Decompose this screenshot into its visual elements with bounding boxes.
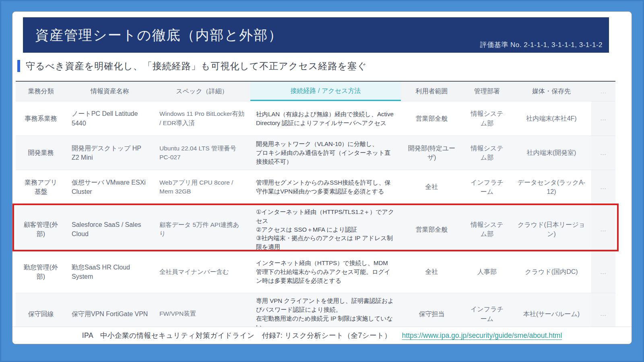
cell-users: 全社 [401, 264, 462, 280]
cell-category: 勤怠管理(外部) [16, 259, 66, 284]
cell-asset: 仮想サーバ VMware ESXi Cluster [66, 175, 154, 200]
cell-dept: 人事部 [462, 264, 512, 280]
cell-asset: 保守用VPN FortiGate VPN [66, 306, 154, 322]
slide-frame: 資産管理シートの徹底（内部と外部） 評価基準 No. 2-1-1-1, 3-1-… [0, 0, 644, 362]
cell-asset: Salesforce SaaS / Sales Cloud [66, 217, 154, 242]
subtitle-text: 守るべき資産を明確化し、「接続経路」も可視化して不正アクセス経路を塞ぐ [26, 60, 367, 72]
cell-spec: Webアプリ用 CPU 8core / Mem 32GB [154, 175, 250, 200]
subtitle-row: 守るべき資産を明確化し、「接続経路」も可視化して不正アクセス経路を塞ぐ [17, 59, 367, 73]
ellipsis-more: … [591, 204, 615, 255]
cell-users: 保守担当 [401, 306, 462, 322]
cell-spec: 顧客データ 5万件 API連携あり [154, 217, 250, 242]
cell-media: 社内端末(開発室) [512, 145, 591, 160]
ellipsis-more: … [591, 136, 615, 170]
asset-table: 業務分類 情報資産名称 スペック（詳細） 接続経路 / アクセス方法 利用者範囲… [16, 81, 615, 328]
cell-asset: ノートPC Dell Latitude 5440 [66, 106, 154, 131]
cell-users: 営業部全般 [401, 222, 462, 237]
cell-dept: インフラチーム [462, 301, 512, 326]
cell-users: 全社 [401, 179, 462, 195]
column-header-dept: 管理部署 [462, 82, 512, 101]
cell-category: 開発業務 [16, 145, 66, 160]
table-row-highlighted: 顧客管理(外部) Salesforce SaaS / Sales Cloud 顧… [16, 204, 615, 251]
cell-media: 本社(サーバルーム) [512, 306, 591, 322]
cell-dept: 情報システム部 [462, 217, 512, 242]
cell-users: 営業部全般 [401, 111, 462, 126]
table-row: 保守回線 保守用VPN FortiGate VPN FW/VPN装置 専用 VP… [16, 293, 615, 328]
column-header-route-highlighted: 接続経路 / アクセス方法 [250, 82, 401, 101]
footer-source-text: IPA 中小企業の情報セキュリティ対策ガイドライン 付録7: リスク分析シート（… [82, 331, 392, 340]
cell-spec: 全社員マイナンバー含む [154, 264, 250, 280]
cell-route: 社内LAN（有線および無線）経由で接続し、Active Directory 認証… [250, 107, 401, 131]
ellipsis-more: … [591, 101, 615, 136]
evaluation-criteria: 評価基準 No. 2-1-1-1, 3-1-1-1, 3-1-1-2 [480, 40, 603, 49]
cell-route: インターネット経由（HTTPS）で接続し、MDM 管理下の社給端末からのみアクセ… [250, 255, 401, 288]
table-row: 開発業務 開発用デスクトップ HP Z2 Mini Ubuntu 22.04 L… [16, 136, 615, 170]
cell-category: 事務系業務 [16, 111, 66, 126]
cell-asset: 勤怠SaaS HR Cloud System [66, 259, 154, 284]
table-row: 事務系業務 ノートPC Dell Latitude 5440 Windows 1… [16, 101, 615, 136]
column-header-asset: 情報資産名称 [66, 82, 154, 101]
footer-link[interactable]: https://www.ipa.go.jp/security/guide/sme… [402, 331, 562, 340]
cell-dept: 情報システム部 [462, 106, 512, 131]
cell-media: クラウド(国内DC) [512, 264, 591, 280]
cell-spec: Ubuntu 22.04 LTS 管理番号 PC-027 [154, 141, 250, 165]
title-bar: 資産管理シートの徹底（内部と外部） 評価基準 No. 2-1-1-1, 3-1-… [23, 17, 609, 53]
table-row: 勤怠管理(外部) 勤怠SaaS HR Cloud System 全社員マイナンバ… [16, 251, 615, 293]
cell-route: ①インターネット経由（HTTPS/TLS1.2＋）でアクセス ②アクセスは SS… [250, 204, 401, 255]
subtitle-accent-bar [17, 60, 20, 72]
footer: IPA 中小企業の情報セキュリティ対策ガイドライン 付録7: リスク分析シート（… [12, 327, 632, 344]
column-header-users: 利用者範囲 [401, 82, 462, 101]
cell-media: データセンタ(ラックA-12) [512, 175, 591, 200]
cell-asset: 開発用デスクトップ HP Z2 Mini [66, 140, 154, 165]
cell-dept: 情報システム部 [462, 140, 512, 165]
ellipsis-more: … [591, 170, 615, 204]
cell-media: クラウド(日本リージョン) [512, 217, 591, 242]
cell-route: 開発用ネットワーク（VLAN-10）に分離し、 プロキシ経由のみ通信を許可（イン… [250, 136, 401, 169]
column-header-spec: スペック（詳細） [154, 82, 250, 101]
cell-category: 顧客管理(外部) [16, 217, 66, 242]
cell-category: 業務アプリ基盤 [16, 175, 66, 200]
cell-spec: Windows 11 Pro BitLocker有効 / EDR導入済 [154, 106, 250, 131]
slide-card: 資産管理シートの徹底（内部と外部） 評価基準 No. 2-1-1-1, 3-1-… [12, 11, 632, 344]
cell-users: 開発部(特定ユーザ) [401, 140, 462, 165]
cell-dept: インフラチーム [462, 175, 512, 200]
cell-category: 保守回線 [16, 306, 66, 322]
column-header-media: 媒体・保存先 [512, 82, 591, 101]
table-header-row: 業務分類 情報資産名称 スペック（詳細） 接続経路 / アクセス方法 利用者範囲… [16, 82, 615, 101]
cell-route: 管理用セグメントからのみSSH接続を許可し、保守作業はVPN経由かつ多要素認証を… [250, 175, 401, 199]
cell-media: 社内端末(本社4F) [512, 111, 591, 126]
table-row: 業務アプリ基盤 仮想サーバ VMware ESXi Cluster Webアプリ… [16, 170, 615, 204]
ellipsis-more: … [591, 251, 615, 293]
column-header-category: 業務分類 [16, 82, 66, 101]
page-title: 資産管理シートの徹底（内部と外部） [35, 26, 283, 45]
column-header-more-ellipsis: … [591, 82, 615, 101]
cell-spec: FW/VPN装置 [154, 306, 250, 321]
